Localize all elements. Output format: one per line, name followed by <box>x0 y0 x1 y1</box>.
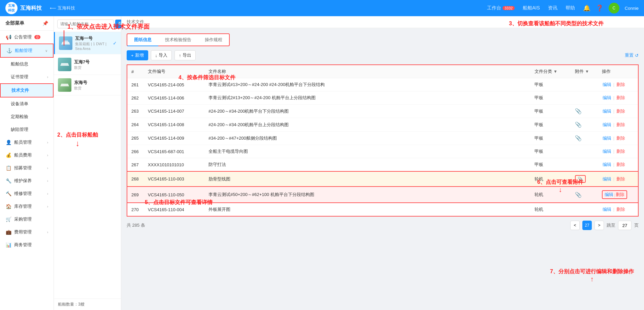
edit-link-270[interactable]: 编辑 <box>603 207 611 212</box>
page-goto-input[interactable] <box>618 221 632 230</box>
edit-link-265[interactable]: 编辑 <box>603 136 611 141</box>
cell-attachment[interactable]: 📎 <box>571 132 598 145</box>
sidebar-item-ship-mgmt[interactable]: ⚓ 船舶管理 ∨ <box>0 44 54 58</box>
ship-item-2[interactable]: 互海7号 散货 <box>54 54 121 75</box>
expand-icon-maintenance: › <box>47 179 48 183</box>
sidebar-item-crew-cost[interactable]: 💰 船员费用 › <box>0 149 54 162</box>
table-row[interactable]: 268 VCS4165-110-003 肋骨型线图 轮机 📎 编辑 | 删除 <box>127 171 638 187</box>
edit-link-263[interactable]: 编辑 <box>603 109 611 114</box>
sidebar-item-ship-info[interactable]: 船舶信息 <box>0 58 54 71</box>
table-row[interactable]: 269 VCS4165-110-050 李青云测试#50+200～#62+100… <box>127 187 638 203</box>
cell-attachment[interactable]: 📎 <box>571 105 598 118</box>
question-icon[interactable]: ❓ <box>596 4 603 12</box>
edit-link-268[interactable]: 编辑 <box>603 176 611 181</box>
delete-link-263[interactable]: 删除 <box>616 109 625 114</box>
table-row[interactable]: 266 VCS4165-687-001 全船主干电缆导向图 甲板 编辑 | 删除 <box>127 145 638 158</box>
delete-link-266[interactable]: 删除 <box>616 149 625 154</box>
tab-drawing[interactable]: 图纸信息 <box>127 34 158 46</box>
delete-link-262[interactable]: 删除 <box>616 95 625 100</box>
reset-link[interactable]: 重置 ↺ <box>625 52 639 58</box>
delete-link-261[interactable]: 删除 <box>616 82 625 87</box>
help-nav[interactable]: 帮助 <box>566 5 575 11</box>
top-nav-menu: 工作台 3332 船舶AIS 资讯 帮助 <box>487 5 575 11</box>
cell-num: 264 <box>127 118 144 132</box>
user-avatar[interactable]: C <box>609 3 619 13</box>
export-button[interactable]: ↑ 导出 <box>174 50 196 60</box>
export-icon: ↑ <box>179 53 181 58</box>
sidebar-item-periodic-check[interactable]: 定期检验 <box>0 110 54 123</box>
sidebar-item-equipment[interactable]: 设备清单 <box>0 97 54 110</box>
table-row[interactable]: 262 VCS4165-114-006 李青云测试2#13+200～#24-20… <box>127 91 638 105</box>
user-name[interactable]: Connie <box>625 6 639 11</box>
recruit-icon: 📋 <box>5 165 11 171</box>
sidebar-item-defect-mgmt[interactable]: 缺陷管理 <box>0 123 54 136</box>
delete-link-267[interactable]: 删除 <box>616 162 625 167</box>
edit-link-269[interactable]: 编辑 <box>605 192 613 198</box>
edit-link-264[interactable]: 编辑 <box>603 122 611 127</box>
table-row[interactable]: 265 VCS4165-114-009 #34-200～#47+200舷侧分段结… <box>127 132 638 145</box>
page-btn-27[interactable]: 27 <box>582 221 592 230</box>
cell-attachment[interactable]: 📎 <box>571 171 598 187</box>
attachment-icon-265[interactable]: 📎 <box>575 135 582 141</box>
workbench-nav[interactable]: 工作台 3332 <box>487 5 515 11</box>
sidebar-item-announcements[interactable]: 📢 公告管理 0 <box>0 31 54 44</box>
sidebar-item-recruit[interactable]: 📋 招募管理 › <box>0 162 54 174</box>
tab-tech-report[interactable]: 技术检验报告 <box>158 34 198 46</box>
ship-ais-nav[interactable]: 船舶AIS <box>523 5 540 11</box>
next-page-btn[interactable]: > <box>594 221 604 230</box>
toolbar: + 新增 ↓ 导入 ↑ 导出 重置 ↺ <box>127 50 639 60</box>
cell-attachment[interactable]: 📎 <box>571 187 598 203</box>
import-button[interactable]: ↓ 导入 <box>151 50 172 60</box>
ship-avatar-2 <box>58 58 71 71</box>
ship-search-input[interactable] <box>57 20 114 28</box>
table-row[interactable]: 270 VCS4165-110-004 外板展开图 轮机 编辑 | 删除 <box>127 203 638 216</box>
cell-action: 编辑 | 删除 <box>598 118 638 132</box>
table-row[interactable]: 264 VCS4165-114-008 #24-200～#34-200机舱平台上… <box>127 118 638 132</box>
attachment-icon-264[interactable]: 📎 <box>575 122 582 128</box>
ship-panel-footer: 船舶数量：3艘 <box>54 299 121 310</box>
delete-link-269[interactable]: 删除 <box>616 192 624 198</box>
delete-link-264[interactable]: 删除 <box>616 122 625 127</box>
delete-link-268[interactable]: 删除 <box>616 176 625 181</box>
tab-operation[interactable]: 操作规程 <box>198 34 229 46</box>
ship-item-1[interactable]: 互海一号 集装箱船 | 1 DWT | Sea Area ✓ <box>54 32 121 54</box>
sidebar-item-warehouse[interactable]: 🏠 库存管理 › <box>0 200 54 213</box>
attachment-icon-268-highlight[interactable]: 📎 <box>575 175 586 183</box>
prev-page-btn[interactable]: < <box>570 221 580 230</box>
edit-link-261[interactable]: 编辑 <box>603 82 611 87</box>
sidebar-item-cost-mgmt[interactable]: 💼 费用管理 › <box>0 226 54 238</box>
sidebar-item-cert-mgmt[interactable]: 证书管理 › <box>0 71 54 83</box>
attachment-icon-263[interactable]: 📎 <box>575 108 582 114</box>
breadcrumb-text: 技术文件 <box>127 19 144 24</box>
table-row[interactable]: 267 XXXX1010101010 防守打法 甲板 编辑 | 删除 <box>127 158 638 172</box>
sidebar-item-business[interactable]: 📊 商务管理 <box>0 238 54 251</box>
delete-link-270[interactable]: 删除 <box>616 207 625 212</box>
attachment-icon-269[interactable]: 📎 <box>575 192 582 198</box>
breadcrumb-home[interactable]: 互海科技 <box>58 5 75 11</box>
sidebar-item-maintenance[interactable]: 🔧 维护保养 › <box>0 174 54 187</box>
add-button[interactable]: + 新增 <box>127 50 148 60</box>
category-filter-icon[interactable]: ▼ <box>553 69 557 74</box>
edit-link-262[interactable]: 编辑 <box>603 95 611 100</box>
table-row[interactable]: 261 VCS4165-214-005 李青云测试#13+200～#24-200… <box>127 78 638 91</box>
cell-action: 编辑 | 删除 <box>598 78 638 91</box>
th-category[interactable]: 文件分类 ▼ <box>530 65 571 78</box>
sidebar-item-tech-docs[interactable]: 技术文件 <box>0 83 54 97</box>
edit-link-266[interactable]: 编辑 <box>603 149 611 154</box>
delete-link-265[interactable]: 删除 <box>616 136 625 141</box>
table-row[interactable]: 263 VCS4165-114-007 #24-200～#34-200机舱平台下… <box>127 105 638 118</box>
cell-code: VCS4165-214-005 <box>144 78 204 91</box>
maintenance-icon: 🔧 <box>5 178 11 184</box>
cell-attachment[interactable]: 📎 <box>571 118 598 132</box>
attachment-filter-icon[interactable]: ▼ <box>585 69 589 74</box>
ship-item-3[interactable]: 东海号 散货 <box>54 75 121 95</box>
sidebar-pin-icon[interactable]: 📌 <box>42 21 48 26</box>
news-nav[interactable]: 资讯 <box>548 5 557 11</box>
edit-link-267[interactable]: 编辑 <box>603 162 611 167</box>
sidebar-item-crew-mgmt[interactable]: 👤 船员管理 › <box>0 136 54 149</box>
sidebar-item-purchase[interactable]: 🛒 采购管理 <box>0 213 54 226</box>
sidebar-item-repair[interactable]: 🔨 维修管理 › <box>0 187 54 200</box>
th-attachment[interactable]: 附件 ▼ <box>571 65 598 78</box>
notification-icon[interactable]: 🔔 <box>583 4 590 12</box>
page-unit: 页 <box>634 222 639 228</box>
